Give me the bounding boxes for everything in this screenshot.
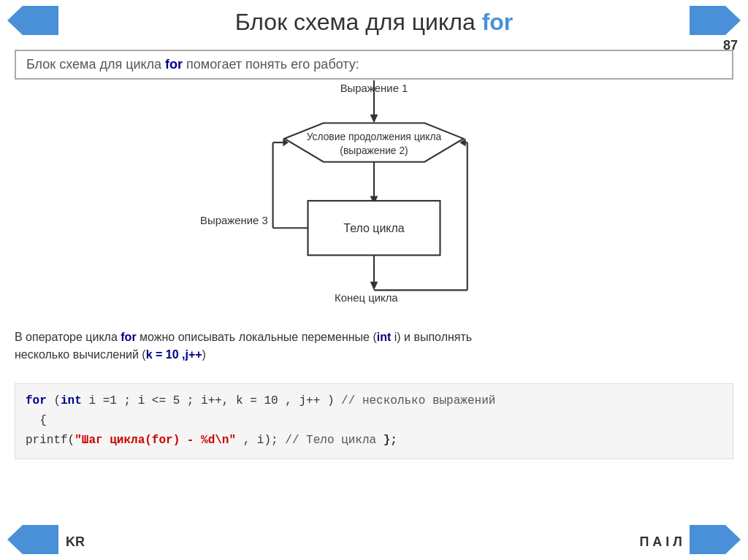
subtitle-box: Блок схема для цикла for помогает понять… [15,50,733,80]
subtitle-text1: Блок схема для цикла [26,57,165,72]
svg-marker-11 [370,282,378,291]
next-arrow-top[interactable] [690,6,741,35]
code-comment1: // несколько выражений [341,394,495,407]
title-text: Блок схема для цикла [235,9,482,35]
flowchart: Выражение 1 Условие продолжения цикла (в… [117,80,631,321]
code-printf: printf( [26,434,75,447]
code-line-3: printf("Шаг цикла(for) - %d\n" , i); // … [26,431,722,450]
bottom-left-label: KR [66,534,85,550]
code-rest1: i =1 ; i <= 5 ; i++, k = 10 , j++ ) [82,394,341,407]
svg-text:Выражение 1: Выражение 1 [340,83,408,94]
code-string: "Шаг цикла(for) - %d\n" [75,434,236,447]
desc-text2: несколько вычислений ( [15,348,146,361]
prev-arrow-bottom[interactable] [7,525,58,554]
code-int: int [61,394,82,407]
svg-text:Условие продолжения цикла: Условие продолжения цикла [307,131,442,142]
svg-text:(выражение 2): (выражение 2) [340,145,408,156]
desc-for: for [121,331,136,343]
code-block: for (int i =1 ; i <= 5 ; i++, k = 10 , j… [15,383,733,459]
desc-text1b: можно описывать локальные переменные ( [137,331,377,343]
subtitle-keyword: for [165,57,183,72]
svg-text:Конец цикла: Конец цикла [335,292,398,304]
code-for: for [26,394,47,407]
code-line-1: for (int i =1 ; i <= 5 ; i++, k = 10 , j… [26,391,722,411]
desc-int: int [377,331,392,343]
subtitle-text2: помогает понять его работу: [183,57,359,72]
title-keyword: for [482,9,514,35]
next-arrow-bottom[interactable] [690,525,741,554]
code-comment2: // Тело цикла [285,434,383,447]
svg-marker-1 [370,115,378,123]
desc-text1: В операторе цикла [15,331,121,343]
desc-text2b: ) [202,348,206,361]
desc-text1c: i) и выполнять [391,331,472,343]
code-brace-close: }; [383,434,397,447]
svg-text:Выражение 3: Выражение 3 [200,215,268,226]
page-title: Блок схема для цикла for [66,9,682,36]
description-text: В операторе цикла for можно описывать ло… [15,329,733,364]
code-line-2: { [26,411,722,431]
prev-arrow-top[interactable] [7,6,58,35]
svg-text:Тело цикла: Тело цикла [343,222,404,234]
bottom-right-label: П А І Л [639,534,682,550]
code-rest2: , i); [236,434,285,447]
desc-highlight: k = 10 ,j++ [146,348,202,361]
code-brace-open: { [26,414,47,427]
